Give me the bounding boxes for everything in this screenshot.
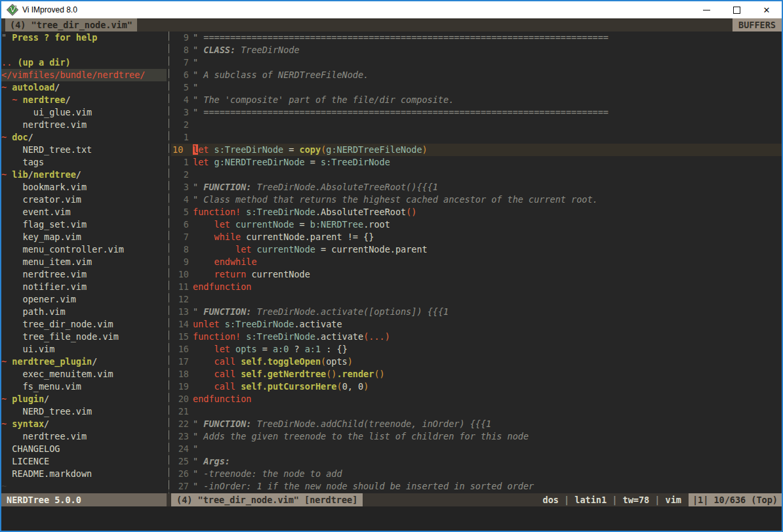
code-line[interactable]: 5function! s:TreeDirNode.AbsoluteTreeRoo…	[171, 206, 782, 218]
code-line[interactable]: 13" FUNCTION: TreeDirNode.activate([opti…	[171, 306, 782, 318]
tree-item[interactable]: exec_menuitem.vim	[1, 368, 167, 380]
code-line[interactable]: 7 while currentNode.parent != {}	[171, 231, 782, 243]
code-line[interactable]: 11endfunction	[171, 281, 782, 293]
tree-item[interactable]: CHANGELOG	[1, 443, 167, 455]
tree-item[interactable]: path.vim	[1, 306, 167, 318]
tree-item[interactable]: creator.vim	[1, 194, 167, 206]
code-line[interactable]: 7"	[171, 56, 782, 69]
tree-item[interactable]: ~ autoload/	[1, 81, 167, 94]
line-number: 14	[171, 318, 189, 331]
tree-item[interactable]: menu_item.vim	[1, 256, 167, 268]
token: : {}	[321, 344, 348, 354]
tree-item[interactable]: LICENCE	[1, 455, 167, 468]
code-line[interactable]: 4" Class method that returns the highest…	[171, 194, 782, 206]
tree-item[interactable]: README.markdown	[1, 468, 167, 480]
tree-item[interactable]: tags	[1, 156, 167, 169]
code-line[interactable]: 9" =====================================…	[171, 31, 782, 44]
tree-item[interactable]: ~ syntax/	[1, 418, 167, 430]
line-number: 12	[171, 293, 189, 306]
code-line[interactable]: 10 return currentNode	[171, 268, 782, 281]
code-line[interactable]: 14unlet s:TreeDirNode.activate	[171, 318, 782, 331]
minimize-button[interactable]	[691, 1, 721, 18]
close-button[interactable]: ✕	[752, 1, 782, 18]
code-line[interactable]: 3" FUNCTION: TreeDirNode.AbsoluteTreeRoo…	[171, 181, 782, 194]
tree-item[interactable]: notifier.vim	[1, 281, 167, 293]
tree-item[interactable]: " Press ? for help	[1, 31, 167, 44]
token: g:NERDTreeFileNode	[326, 144, 422, 155]
tree-item[interactable]: ~ lib/nerdtree/	[1, 169, 167, 181]
tree-item[interactable]: nerdtree.vim	[1, 268, 167, 281]
token: CHANGELOG	[1, 443, 60, 454]
code-line[interactable]: 1	[171, 131, 782, 144]
tree-item[interactable]: ~	[1, 480, 167, 493]
tree-item[interactable]: nerdtree.vim	[1, 119, 167, 131]
code-line[interactable]: 8" CLASS: TreeDirNode	[171, 44, 782, 56]
code-line[interactable]: 6 let currentNode = b:NERDTree.root	[171, 218, 782, 231]
tree-item[interactable]: opener.vim	[1, 293, 167, 306]
tree-item[interactable]: key_map.vim	[1, 231, 167, 243]
token	[209, 144, 214, 155]
tree-item[interactable]: ui.vim	[1, 343, 167, 356]
code-text: let currentNode = b:NERDTree.root	[193, 218, 782, 231]
token: "	[193, 306, 203, 317]
code-line[interactable]: 26" -treenode: the node to add	[171, 468, 782, 480]
token: /	[28, 169, 33, 180]
code-line[interactable]: 8 let currentNode = currentNode.parent	[171, 243, 782, 256]
token: unlet	[193, 319, 220, 329]
code-line[interactable]: 3" =====================================…	[171, 106, 782, 119]
tree-item[interactable]: ui_glue.vim	[1, 106, 167, 119]
tree-item[interactable]: ~ nerdtree/	[1, 94, 167, 106]
token: "	[193, 443, 198, 454]
code-text: " FUNCTION: TreeDirNode.activate([option…	[193, 306, 782, 318]
tree-root-item[interactable]: </vimfiles/bundle/nerdtree/	[1, 69, 167, 81]
token	[251, 244, 256, 255]
code-line[interactable]: 27" -inOrder: 1 if the new node should b…	[171, 480, 782, 493]
tree-item[interactable]: event.vim	[1, 206, 167, 218]
code-line[interactable]: 1let g:NERDTreeDirNode = s:TreeDirNode	[171, 156, 782, 169]
tree-item[interactable]: fs_menu.vim	[1, 380, 167, 393]
code-line[interactable]: 16 let opts = a:0 ? a:1 : {}	[171, 343, 782, 356]
code-line[interactable]: 5"	[171, 81, 782, 94]
tree-item[interactable]: nerdtree.vim	[1, 430, 167, 443]
code-line[interactable]: 6" A subclass of NERDTreeFileNode.	[171, 69, 782, 81]
tree-item[interactable]: ~ nerdtree_plugin/	[1, 356, 167, 368]
code-line[interactable]: 21	[171, 405, 782, 418]
tree-item[interactable]: .. (up a dir)	[1, 56, 167, 69]
code-line[interactable]: 24"	[171, 443, 782, 455]
window-separator[interactable]	[167, 31, 171, 493]
tree-item[interactable]: ~ plugin/	[1, 393, 167, 405]
code-line[interactable]: 10let s:TreeDirNode = copy(g:NERDTreeFil…	[171, 144, 782, 156]
tree-item[interactable]: NERD_tree.vim	[1, 405, 167, 418]
line-number: 21	[171, 405, 189, 418]
code-line[interactable]: 20endfunction	[171, 393, 782, 405]
tab-tree-dir-node[interactable]: (4) "tree_dir_node.vim"	[5, 18, 137, 31]
token: menu_item.vim	[1, 256, 92, 267]
code-line[interactable]: 19 call self.putCursorHere(0, 0)	[171, 380, 782, 393]
token: (	[336, 381, 342, 392]
tree-item[interactable]: menu_controller.vim	[1, 243, 167, 256]
code-line[interactable]: 2	[171, 169, 782, 181]
code-line[interactable]: 4" The 'composite' part of the file/dir …	[171, 94, 782, 106]
token: README.markdown	[1, 468, 92, 479]
cursor-position: |1| 10/636 (Top)	[689, 493, 782, 506]
tree-item[interactable]: ~ doc/	[1, 131, 167, 144]
maximize-button[interactable]	[721, 1, 752, 18]
code-line[interactable]: 18 call self.getNerdtree().render()	[171, 368, 782, 380]
code-text: " Args:	[193, 455, 782, 468]
code-line[interactable]: 15function! s:TreeDirNode.activate(...)	[171, 331, 782, 343]
code-line[interactable]: 9 endwhile	[171, 256, 782, 268]
tree-item[interactable]: tree_file_node.vim	[1, 331, 167, 343]
code-line[interactable]: 2	[171, 119, 782, 131]
code-line[interactable]: 23" Adds the given treenode to the list …	[171, 430, 782, 443]
code-line[interactable]: 25" Args:	[171, 455, 782, 468]
code-line[interactable]: 12	[171, 293, 782, 306]
tree-item[interactable]: tree_dir_node.vim	[1, 318, 167, 331]
tree-item[interactable]: NERD_tree.txt	[1, 144, 167, 156]
line-number: 1	[171, 131, 189, 144]
code-line[interactable]: 22" FUNCTION: TreeDirNode.addChild(treen…	[171, 418, 782, 430]
code-text	[193, 169, 782, 181]
tree-item[interactable]: bookmark.vim	[1, 181, 167, 194]
tree-item[interactable]: flag_set.vim	[1, 218, 167, 231]
code-line[interactable]: 17 call self.toggleOpen(opts)	[171, 356, 782, 368]
tree-item[interactable]	[1, 44, 167, 56]
